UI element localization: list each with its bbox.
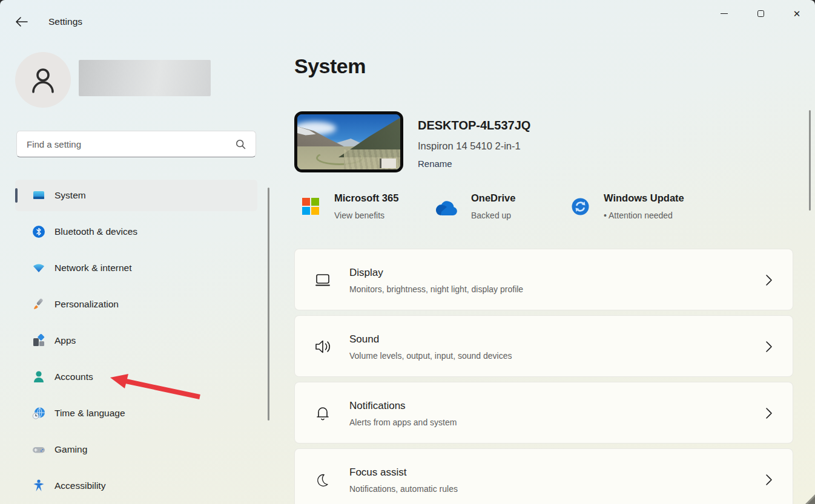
card-subtitle: Volume levels, output, input, sound devi… (349, 351, 512, 361)
status-subtitle: • Attention needed (604, 211, 673, 220)
gaming-icon (32, 443, 45, 456)
sidebar-item-time-language[interactable]: Time & language (15, 398, 257, 429)
accounts-icon (32, 370, 45, 384)
maximize-icon (757, 10, 764, 17)
onedrive-icon (434, 201, 458, 219)
display-icon (314, 271, 332, 289)
windows-update-icon (572, 198, 589, 218)
sidebar-item-gaming[interactable]: Gaming (15, 434, 257, 465)
microsoft-365-icon (302, 198, 319, 217)
network-icon (32, 261, 45, 275)
page-title: System (294, 54, 366, 78)
sidebar-item-label: Personalization (54, 289, 119, 320)
window-controls: ✕ (706, 0, 815, 28)
time-language-icon (32, 407, 45, 420)
sidebar-item-personalization[interactable]: Personalization (15, 289, 257, 320)
titlebar: Settings ✕ (0, 0, 815, 36)
search-box[interactable] (16, 131, 256, 157)
card-subtitle: Alerts from apps and system (349, 417, 457, 427)
card-title: Display (349, 267, 383, 279)
person-avatar-icon (27, 64, 59, 96)
focus-assist-icon (314, 471, 332, 489)
device-wallpaper-thumbnail (294, 111, 403, 172)
notifications-icon (314, 404, 332, 422)
sidebar-item-label: Network & internet (54, 252, 132, 284)
card-title: Notifications (349, 400, 406, 412)
selected-indicator (15, 188, 18, 203)
sidebar-item-label: Accessibility (54, 470, 105, 502)
rename-link[interactable]: Rename (418, 159, 452, 169)
sidebar-item-label: System (54, 180, 86, 211)
app-title: Settings (48, 16, 82, 27)
chevron-right-icon (765, 340, 773, 356)
chevron-right-icon (765, 273, 773, 289)
main-scrollbar[interactable] (809, 110, 811, 211)
card-subtitle: Notifications, automatic rules (349, 484, 458, 494)
search-input[interactable] (17, 139, 236, 149)
landscape-photo (297, 114, 400, 169)
maximize-button[interactable] (742, 0, 779, 27)
status-title: OneDrive (471, 192, 515, 204)
bluetooth-icon (32, 225, 45, 238)
card-display[interactable]: Display Monitors, brightness, night ligh… (294, 249, 793, 310)
blurred-username (79, 60, 211, 96)
chevron-right-icon (765, 473, 773, 489)
apps-icon (32, 334, 45, 347)
card-title: Sound (349, 333, 379, 345)
search-icon (236, 139, 246, 149)
sidebar-scrollbar[interactable] (268, 188, 269, 421)
sidebar-item-label: Bluetooth & devices (54, 216, 137, 247)
personalization-icon (32, 298, 45, 311)
sidebar-item-label: Accounts (54, 361, 93, 393)
chevron-right-icon (765, 407, 773, 422)
sidebar-item-system[interactable]: System (15, 180, 257, 211)
sidebar-item-label: Apps (54, 325, 76, 356)
card-focus-assist[interactable]: Focus assist Notifications, automatic ru… (294, 448, 793, 504)
system-icon (32, 189, 45, 202)
status-title: Microsoft 365 (334, 192, 398, 204)
sound-icon (314, 338, 332, 356)
close-icon: ✕ (793, 9, 801, 18)
card-subtitle: Monitors, brightness, night light, displ… (349, 284, 523, 294)
status-subtitle: Backed up (471, 211, 511, 220)
card-sound[interactable]: Sound Volume levels, output, input, soun… (294, 315, 793, 377)
sidebar-item-label: Gaming (54, 434, 87, 465)
status-subtitle: View benefits (334, 211, 384, 220)
minimize-button[interactable] (706, 0, 742, 27)
sidebar-item-accessibility[interactable]: Accessibility (15, 470, 257, 502)
sidebar-item-label: Time & language (54, 398, 125, 429)
card-title: Focus assist (349, 466, 406, 479)
device-name: DESKTOP-4L537JQ (418, 119, 530, 133)
sidebar-item-network-internet[interactable]: Network & internet (15, 252, 257, 284)
card-notifications[interactable]: Notifications Alerts from apps and syste… (294, 382, 793, 443)
accessibility-icon (32, 479, 45, 493)
sidebar-nav: System Bluetooth & devices (15, 180, 257, 504)
close-button[interactable]: ✕ (779, 0, 815, 27)
device-model: Inspiron 14 5410 2-in-1 (418, 140, 521, 152)
back-arrow-icon (13, 13, 30, 30)
back-button[interactable] (13, 13, 30, 30)
mouse-cursor-fragment (802, 492, 815, 504)
avatar[interactable] (15, 52, 71, 108)
sidebar-item-bluetooth-devices[interactable]: Bluetooth & devices (15, 216, 257, 247)
sidebar-item-apps[interactable]: Apps (15, 325, 257, 356)
sidebar-item-accounts[interactable]: Accounts (15, 361, 257, 393)
settings-window: Settings ✕ (0, 0, 815, 504)
minimize-icon (721, 13, 728, 14)
status-title: Windows Update (604, 192, 684, 204)
